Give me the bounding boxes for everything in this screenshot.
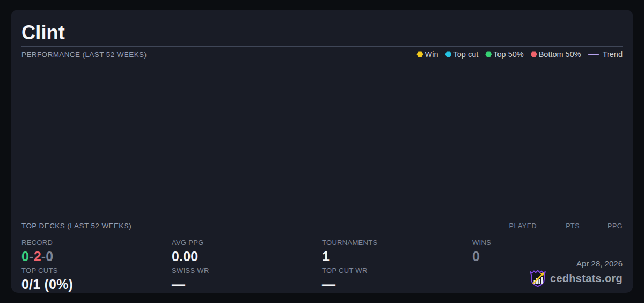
performance-chart-empty [21, 62, 623, 218]
record-value: 0-2-0 [21, 249, 172, 264]
page-background: { "player": { "name": "Clint" }, "perfor… [0, 0, 644, 303]
brand-name: cedhstats.org [550, 272, 623, 285]
legend-label: Bottom 50% [539, 50, 581, 59]
bar-4 [541, 277, 543, 284]
legend-item-bottom-50-: Bottom 50% [531, 50, 581, 59]
legend-item-top-50-: Top 50% [485, 50, 523, 59]
footer-block: Apr 28, 2026 cedhstats.org [530, 259, 623, 287]
top-decks-section-title: TOP DECKS (LAST 52 WEEKS) [21, 222, 131, 230]
stat-record: RECORD 0-2-0 [21, 239, 172, 264]
legend-label: Top cut [453, 50, 478, 59]
top-cuts-label: TOP CUTS [21, 266, 172, 275]
record-losses: 2 [34, 249, 41, 264]
stat-top-cuts: TOP CUTS 0/1 (0%) [21, 266, 172, 292]
player-stats-card: Clint PERFORMANCE (LAST 52 WEEKS) WinTop… [11, 10, 633, 293]
top-decks-bottom-divider [21, 234, 623, 234]
tournaments-value: 1 [322, 249, 472, 264]
footer-date: Apr 28, 2026 [530, 259, 623, 268]
performance-section-title: PERFORMANCE (LAST 52 WEEKS) [21, 50, 147, 59]
legend-label: Trend [603, 50, 623, 59]
record-separator: - [41, 249, 46, 264]
top-cut-legend-dot [445, 51, 451, 57]
top-cut-wr-value: — [322, 277, 472, 292]
trend-legend-line [588, 54, 599, 55]
swiss-wr-value: — [172, 277, 322, 292]
brand-row: cedhstats.org [530, 270, 623, 287]
legend-label: Top 50% [493, 50, 523, 59]
bar-3 [538, 279, 540, 284]
stat-avg-ppg: AVG PPG 0.00 [172, 239, 322, 264]
record-separator: - [29, 249, 34, 264]
bottom-50-legend-dot [531, 51, 537, 57]
stat-swiss-wr: SWISS WR — [172, 266, 322, 292]
legend-item-trend: Trend [588, 50, 623, 59]
record-wins: 0 [21, 249, 29, 264]
legend-item-win: Win [416, 50, 438, 59]
top-decks-column-headers: PLAYED PTS PPG [494, 222, 623, 230]
win-legend-dot [416, 51, 423, 57]
top-cut-wr-label: TOP CUT WR [322, 266, 472, 275]
top-decks-header-row: TOP DECKS (LAST 52 WEEKS) PLAYED PTS PPG [21, 218, 623, 234]
top-50-legend-dot [485, 51, 492, 57]
tournaments-label: TOURNAMENTS [322, 239, 472, 247]
column-header-pts: PTS [537, 222, 580, 230]
record-draws: 0 [46, 249, 53, 264]
stat-top-cut-wr: TOP CUT WR — [322, 266, 472, 292]
wins-label: WINS [472, 239, 623, 247]
avg-ppg-label: AVG PPG [172, 239, 322, 247]
cedhstats-shield-logo-icon [530, 270, 546, 287]
column-header-played: PLAYED [494, 222, 537, 230]
performance-header-row: PERFORMANCE (LAST 52 WEEKS) WinTop cutTo… [21, 47, 623, 62]
column-header-ppg: PPG [580, 222, 623, 230]
record-label: RECORD [21, 239, 172, 247]
swiss-wr-label: SWISS WR [172, 266, 322, 275]
legend-label: Win [425, 50, 438, 59]
top-cuts-value: 0/1 (0%) [21, 277, 172, 292]
avg-ppg-value: 0.00 [172, 249, 322, 264]
legend-item-top-cut: Top cut [445, 50, 478, 59]
stat-tournaments: TOURNAMENTS 1 [322, 239, 472, 264]
chart-legend: WinTop cutTop 50%Bottom 50%Trend [416, 50, 623, 59]
player-name-title: Clint [21, 10, 623, 45]
